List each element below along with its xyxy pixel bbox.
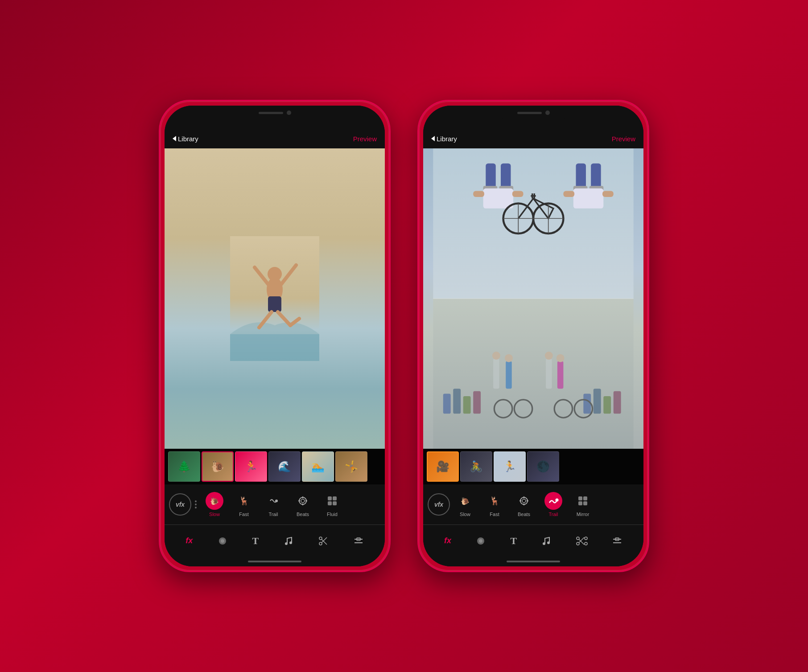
effect-beats-right[interactable]: Beats <box>510 492 538 517</box>
svg-rect-63 <box>614 391 621 414</box>
trail-label-right: Trail <box>549 512 558 517</box>
trail-svg <box>268 496 279 506</box>
film-thumb-3[interactable]: 🏃 <box>235 451 267 482</box>
dot-2 <box>195 504 197 505</box>
vfx-label-right: vfx <box>434 501 443 508</box>
svg-point-11 <box>299 497 306 504</box>
svg-point-88 <box>479 539 482 543</box>
svg-point-82 <box>556 499 559 502</box>
film-thumb-r3[interactable]: 🏃 <box>494 451 526 482</box>
notch-bar-right <box>517 112 542 114</box>
beats-icon-right <box>515 492 533 510</box>
slow-label-right: Slow <box>460 512 470 517</box>
text-tool-left[interactable]: T <box>252 535 259 547</box>
fx-tool-left[interactable]: fx <box>186 536 193 545</box>
vfx-button-right[interactable]: vfx <box>428 493 450 516</box>
main-scene-left <box>165 148 385 449</box>
back-button-left[interactable]: Library <box>173 135 198 143</box>
film-thumb-1[interactable]: 🌲 <box>168 451 200 482</box>
beats-icon-left <box>294 492 312 510</box>
thumb-icon-r1: 🎥 <box>428 452 458 481</box>
slow-icon-left: 🐌 <box>206 492 223 510</box>
film-thumb-2[interactable]: 🐌 <box>202 451 234 482</box>
effect-beats-left[interactable]: Beats <box>289 492 317 517</box>
mirror-icon-right <box>574 492 592 510</box>
film-thumb-r2[interactable]: 🚴 <box>460 451 492 482</box>
svg-rect-84 <box>583 496 587 500</box>
effects-bar-right: vfx 🐌 Slow 🦌 Fast <box>423 484 643 524</box>
more-effects-dots[interactable] <box>192 500 199 508</box>
effect-fast-left[interactable]: 🦌 Fast <box>230 492 258 517</box>
nav-header-right: Library Preview <box>423 129 643 148</box>
layers-icon-right <box>475 536 486 546</box>
effect-slow-left[interactable]: 🐌 Slow <box>200 492 229 517</box>
more-tool-right[interactable] <box>612 536 622 546</box>
thumb-icon-1: 🌲 <box>169 452 200 481</box>
music-tool-left[interactable] <box>283 536 294 546</box>
svg-rect-44 <box>573 188 603 209</box>
svg-rect-41 <box>591 164 601 188</box>
bmx-figure <box>423 148 643 449</box>
status-bar-left <box>165 106 385 129</box>
preview-button-left[interactable]: Preview <box>353 135 377 143</box>
layers-icon-left <box>217 536 228 546</box>
svg-rect-6 <box>268 296 281 312</box>
layers-tool-left[interactable] <box>217 536 228 546</box>
phone-frame-left: Library Preview <box>159 100 391 572</box>
effect-fast-right[interactable]: 🦌 Fast <box>480 492 509 517</box>
scissors-icon-left <box>318 536 329 546</box>
back-button-right[interactable]: Library <box>431 135 457 143</box>
svg-rect-62 <box>603 396 611 414</box>
effect-slow-right[interactable]: 🐌 Slow <box>451 492 479 517</box>
trail-label-left: Trail <box>269 512 278 517</box>
effect-fluid-left[interactable]: Fluid <box>318 492 346 517</box>
music-tool-right[interactable] <box>541 536 552 546</box>
preview-button-right[interactable]: Preview <box>612 135 635 143</box>
svg-point-73 <box>545 352 553 360</box>
filmstrip-left: 🌲 🐌 🏃 🌊 🏊 🤸 <box>165 449 385 484</box>
svg-rect-38 <box>473 191 484 197</box>
svg-rect-61 <box>594 389 601 414</box>
effect-trail-left[interactable]: Trail <box>259 492 288 517</box>
filmstrip-right: 🎥 🚴 🏃 🌑 <box>423 449 643 484</box>
cut-tool-right[interactable] <box>576 536 588 546</box>
film-thumb-r4[interactable]: 🌑 <box>527 451 559 482</box>
home-indicator-left <box>165 557 385 566</box>
chevron-right-icon <box>431 136 435 141</box>
layers-tool-right[interactable] <box>475 536 486 546</box>
svg-point-92 <box>577 537 579 540</box>
thumb-icon-2: 🐌 <box>202 452 233 481</box>
fast-label-left: Fast <box>239 512 248 517</box>
mirror-label-right: Mirror <box>577 512 590 517</box>
thumb-icon-3: 🏃 <box>235 452 267 481</box>
effect-mirror-right[interactable]: Mirror <box>569 492 597 517</box>
notch-dot-left <box>287 111 291 115</box>
svg-rect-70 <box>506 361 511 389</box>
more-tool-left[interactable] <box>353 536 364 546</box>
cut-tool-left[interactable] <box>318 536 329 546</box>
film-thumb-6[interactable]: 🤸 <box>335 451 367 482</box>
music-icon-right <box>541 536 552 546</box>
vfx-button-left[interactable]: vfx <box>169 493 191 516</box>
home-bar-right <box>507 561 560 562</box>
trail-active-svg <box>548 496 559 506</box>
fx-tool-right[interactable]: fx <box>444 536 451 545</box>
svg-rect-17 <box>328 496 332 500</box>
phone-right: Library Preview <box>417 100 649 572</box>
svg-rect-59 <box>473 391 481 414</box>
film-thumb-r1[interactable]: 🎥 <box>427 451 459 482</box>
film-thumb-5[interactable]: 🏊 <box>302 451 334 482</box>
effect-trail-right[interactable]: Trail <box>539 492 568 517</box>
svg-point-3 <box>268 267 282 281</box>
beats-svg <box>297 496 308 506</box>
text-tool-right[interactable]: T <box>511 535 517 547</box>
beats-label-right: Beats <box>518 512 530 517</box>
thumb-icon-r4: 🌑 <box>528 452 559 481</box>
svg-point-76 <box>520 497 528 504</box>
svg-point-96 <box>585 537 587 540</box>
svg-point-23 <box>285 542 288 545</box>
svg-rect-34 <box>501 164 511 188</box>
film-thumb-4[interactable]: 🌊 <box>268 451 301 482</box>
more-icon-left <box>353 536 364 546</box>
svg-rect-60 <box>583 393 591 414</box>
